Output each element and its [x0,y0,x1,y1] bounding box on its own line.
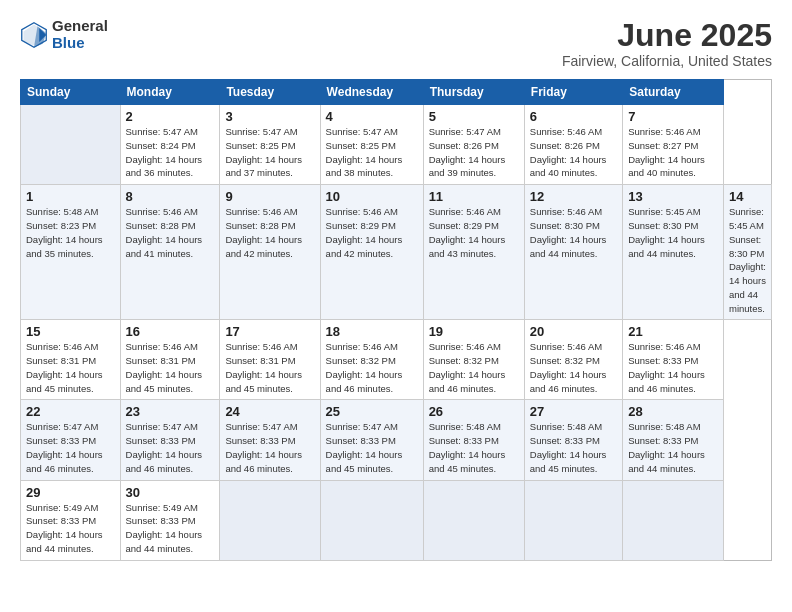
col-tuesday: Tuesday [220,80,320,105]
col-monday: Monday [120,80,220,105]
calendar-cell [524,480,622,560]
day-number: 23 [126,404,215,419]
calendar-cell: 4Sunrise: 5:47 AM Sunset: 8:25 PM Daylig… [320,105,423,185]
calendar-cell: 14Sunrise: 5:45 AM Sunset: 8:30 PM Dayli… [723,185,771,320]
calendar-week-row: 2Sunrise: 5:47 AM Sunset: 8:24 PM Daylig… [21,105,772,185]
day-info: Sunrise: 5:46 AM Sunset: 8:31 PM Dayligh… [225,340,314,395]
day-number: 29 [26,485,115,500]
calendar-cell: 29Sunrise: 5:49 AM Sunset: 8:33 PM Dayli… [21,480,121,560]
calendar-cell: 7Sunrise: 5:46 AM Sunset: 8:27 PM Daylig… [623,105,724,185]
day-info: Sunrise: 5:46 AM Sunset: 8:31 PM Dayligh… [126,340,215,395]
day-info: Sunrise: 5:48 AM Sunset: 8:33 PM Dayligh… [530,420,617,475]
calendar-cell [423,480,524,560]
calendar-cell: 17Sunrise: 5:46 AM Sunset: 8:31 PM Dayli… [220,320,320,400]
day-number: 25 [326,404,418,419]
day-number: 10 [326,189,418,204]
day-info: Sunrise: 5:46 AM Sunset: 8:29 PM Dayligh… [429,205,519,260]
day-number: 21 [628,324,718,339]
calendar-cell: 6Sunrise: 5:46 AM Sunset: 8:26 PM Daylig… [524,105,622,185]
calendar-cell: 5Sunrise: 5:47 AM Sunset: 8:26 PM Daylig… [423,105,524,185]
col-thursday: Thursday [423,80,524,105]
calendar-cell: 2Sunrise: 5:47 AM Sunset: 8:24 PM Daylig… [120,105,220,185]
day-number: 3 [225,109,314,124]
day-info: Sunrise: 5:48 AM Sunset: 8:33 PM Dayligh… [429,420,519,475]
day-number: 2 [126,109,215,124]
calendar-cell: 10Sunrise: 5:46 AM Sunset: 8:29 PM Dayli… [320,185,423,320]
day-number: 7 [628,109,718,124]
day-number: 11 [429,189,519,204]
day-number: 15 [26,324,115,339]
calendar-cell: 9Sunrise: 5:46 AM Sunset: 8:28 PM Daylig… [220,185,320,320]
day-info: Sunrise: 5:46 AM Sunset: 8:33 PM Dayligh… [628,340,718,395]
calendar-cell: 28Sunrise: 5:48 AM Sunset: 8:33 PM Dayli… [623,400,724,480]
day-info: Sunrise: 5:47 AM Sunset: 8:25 PM Dayligh… [225,125,314,180]
calendar-cell: 12Sunrise: 5:46 AM Sunset: 8:30 PM Dayli… [524,185,622,320]
calendar-cell: 23Sunrise: 5:47 AM Sunset: 8:33 PM Dayli… [120,400,220,480]
calendar-cell: 21Sunrise: 5:46 AM Sunset: 8:33 PM Dayli… [623,320,724,400]
day-info: Sunrise: 5:49 AM Sunset: 8:33 PM Dayligh… [26,501,115,556]
col-sunday: Sunday [21,80,121,105]
calendar-cell [623,480,724,560]
calendar-cell: 24Sunrise: 5:47 AM Sunset: 8:33 PM Dayli… [220,400,320,480]
calendar-cell: 26Sunrise: 5:48 AM Sunset: 8:33 PM Dayli… [423,400,524,480]
day-number: 22 [26,404,115,419]
day-info: Sunrise: 5:46 AM Sunset: 8:32 PM Dayligh… [530,340,617,395]
col-wednesday: Wednesday [320,80,423,105]
day-info: Sunrise: 5:47 AM Sunset: 8:24 PM Dayligh… [126,125,215,180]
day-info: Sunrise: 5:46 AM Sunset: 8:30 PM Dayligh… [530,205,617,260]
calendar-cell: 22Sunrise: 5:47 AM Sunset: 8:33 PM Dayli… [21,400,121,480]
day-number: 30 [126,485,215,500]
day-number: 13 [628,189,718,204]
logo-blue: Blue [52,35,108,52]
calendar-week-row: 1Sunrise: 5:48 AM Sunset: 8:23 PM Daylig… [21,185,772,320]
day-number: 27 [530,404,617,419]
day-number: 6 [530,109,617,124]
calendar-week-row: 22Sunrise: 5:47 AM Sunset: 8:33 PM Dayli… [21,400,772,480]
calendar-cell: 19Sunrise: 5:46 AM Sunset: 8:32 PM Dayli… [423,320,524,400]
day-info: Sunrise: 5:47 AM Sunset: 8:26 PM Dayligh… [429,125,519,180]
day-info: Sunrise: 5:47 AM Sunset: 8:33 PM Dayligh… [126,420,215,475]
day-info: Sunrise: 5:45 AM Sunset: 8:30 PM Dayligh… [729,205,766,315]
page: General Blue June 2025 Fairview, Califor… [0,0,792,612]
day-info: Sunrise: 5:46 AM Sunset: 8:26 PM Dayligh… [530,125,617,180]
day-info: Sunrise: 5:46 AM Sunset: 8:32 PM Dayligh… [326,340,418,395]
calendar-cell: 18Sunrise: 5:46 AM Sunset: 8:32 PM Dayli… [320,320,423,400]
day-info: Sunrise: 5:47 AM Sunset: 8:33 PM Dayligh… [225,420,314,475]
day-number: 8 [126,189,215,204]
day-info: Sunrise: 5:46 AM Sunset: 8:27 PM Dayligh… [628,125,718,180]
day-info: Sunrise: 5:47 AM Sunset: 8:25 PM Dayligh… [326,125,418,180]
day-number: 26 [429,404,519,419]
calendar-table: Sunday Monday Tuesday Wednesday Thursday… [20,79,772,560]
day-number: 5 [429,109,519,124]
day-info: Sunrise: 5:46 AM Sunset: 8:28 PM Dayligh… [126,205,215,260]
calendar-week-row: 29Sunrise: 5:49 AM Sunset: 8:33 PM Dayli… [21,480,772,560]
calendar-cell [21,105,121,185]
calendar-cell: 16Sunrise: 5:46 AM Sunset: 8:31 PM Dayli… [120,320,220,400]
day-info: Sunrise: 5:46 AM Sunset: 8:32 PM Dayligh… [429,340,519,395]
calendar-cell: 8Sunrise: 5:46 AM Sunset: 8:28 PM Daylig… [120,185,220,320]
calendar-cell: 20Sunrise: 5:46 AM Sunset: 8:32 PM Dayli… [524,320,622,400]
day-number: 18 [326,324,418,339]
calendar-subtitle: Fairview, California, United States [562,53,772,69]
calendar-week-row: 15Sunrise: 5:46 AM Sunset: 8:31 PM Dayli… [21,320,772,400]
day-info: Sunrise: 5:48 AM Sunset: 8:23 PM Dayligh… [26,205,115,260]
day-info: Sunrise: 5:45 AM Sunset: 8:30 PM Dayligh… [628,205,718,260]
calendar-cell: 15Sunrise: 5:46 AM Sunset: 8:31 PM Dayli… [21,320,121,400]
day-number: 14 [729,189,766,204]
day-number: 20 [530,324,617,339]
calendar-cell [220,480,320,560]
calendar-cell: 3Sunrise: 5:47 AM Sunset: 8:25 PM Daylig… [220,105,320,185]
day-number: 17 [225,324,314,339]
header: General Blue June 2025 Fairview, Califor… [20,18,772,69]
day-info: Sunrise: 5:46 AM Sunset: 8:28 PM Dayligh… [225,205,314,260]
day-info: Sunrise: 5:46 AM Sunset: 8:29 PM Dayligh… [326,205,418,260]
calendar-cell: 25Sunrise: 5:47 AM Sunset: 8:33 PM Dayli… [320,400,423,480]
logo-icon [20,21,48,49]
day-info: Sunrise: 5:47 AM Sunset: 8:33 PM Dayligh… [326,420,418,475]
logo-text: General Blue [52,18,108,51]
calendar-cell: 27Sunrise: 5:48 AM Sunset: 8:33 PM Dayli… [524,400,622,480]
day-info: Sunrise: 5:48 AM Sunset: 8:33 PM Dayligh… [628,420,718,475]
calendar-cell [320,480,423,560]
calendar-cell: 11Sunrise: 5:46 AM Sunset: 8:29 PM Dayli… [423,185,524,320]
calendar-header-row: Sunday Monday Tuesday Wednesday Thursday… [21,80,772,105]
